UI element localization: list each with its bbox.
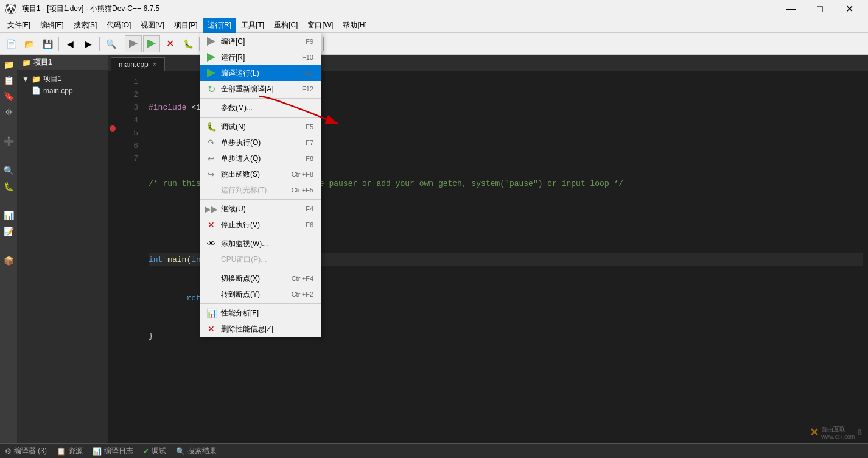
menu-run[interactable]: 运行[R]	[203, 18, 236, 33]
menu-compile-run[interactable]: 编译运行(L) F11	[200, 65, 321, 81]
menu-profile[interactable]: 📊 性能分析[F]	[200, 305, 321, 321]
sep-5	[200, 269, 321, 269]
profile-label: 性能分析[F]	[221, 308, 313, 319]
project-icon: 📁	[22, 58, 31, 67]
run-cursor-label: 运行到光标(T)	[221, 185, 279, 196]
menu-debug[interactable]: 🐛 调试(N) F5	[200, 119, 321, 135]
sidebar-icon-9[interactable]: 📝	[1, 224, 16, 239]
menu-bar: 文件[F] 编辑[E] 搜索[S] 代码[O] 视图[V] 项目[P] 运行[R…	[0, 18, 868, 33]
open-button[interactable]: 📂	[21, 35, 38, 52]
project-name: 项目1	[43, 74, 62, 84]
close-button[interactable]: ✕	[835, 0, 863, 18]
sidebar-icon-3[interactable]: 🔖	[1, 89, 16, 104]
menu-edit[interactable]: 编辑[E]	[35, 18, 69, 33]
title-bar: 🐼 项目1 - [项目1.dev] - 小熊猫Dev-C++ 6.7.5 — □…	[0, 0, 868, 18]
stop-shortcut: F6	[306, 221, 313, 228]
log-icon: 📊	[93, 447, 102, 456]
sidebar-icon-10[interactable]: 📦	[1, 253, 16, 268]
menu-code[interactable]: 代码[O]	[102, 18, 136, 33]
back-button[interactable]: ◀	[61, 35, 79, 52]
watch-icon: 👁	[205, 238, 217, 250]
editor-tab-main[interactable]: main.cpp ✕	[111, 57, 165, 71]
tree-file-main[interactable]: 📄 main.cpp	[19, 85, 105, 96]
run-icon	[205, 51, 217, 63]
sidebar-icon-8[interactable]: 📊	[1, 208, 16, 223]
menu-clear-profile[interactable]: ✕ 删除性能信息[Z]	[200, 321, 321, 337]
tab-debug[interactable]: ✔ 调试	[143, 446, 166, 456]
rebuild-shortcut: F12	[302, 85, 313, 93]
menu-help[interactable]: 帮助[H]	[338, 18, 371, 33]
menu-step-into[interactable]: ↩ 单步进入(Q) F8	[200, 150, 321, 166]
compile-run-shortcut: F11	[302, 69, 313, 77]
toggle-bp-icon	[205, 272, 217, 284]
menu-rebuild[interactable]: ↻ 全部重新编译[A] F12	[200, 81, 321, 97]
menu-stop[interactable]: ✕ 停止执行(V) F6	[200, 217, 321, 233]
sep-3	[200, 199, 321, 200]
menu-goto-bp[interactable]: 转到断点(Y) Ctrl+F2	[200, 286, 321, 302]
maximize-button[interactable]: □	[806, 0, 834, 18]
clear-profile-label: 删除性能信息[Z]	[221, 324, 313, 334]
save-button[interactable]: 💾	[39, 35, 56, 52]
menu-params[interactable]: 参数(M)...	[200, 100, 321, 116]
sidebar-icon-5[interactable]: ➕	[1, 134, 16, 149]
window-controls: — □ ✕	[777, 0, 863, 18]
bp-slot-5[interactable]	[108, 122, 117, 135]
menu-compile[interactable]: 编译[C] F9	[200, 33, 321, 49]
menu-file[interactable]: 文件[F]	[2, 18, 35, 33]
new-button[interactable]: 📄	[2, 35, 19, 52]
sidebar-icon-4[interactable]: ⚙	[1, 105, 16, 119]
step-into-icon: ↩	[205, 152, 217, 164]
menu-step-out[interactable]: ↪ 跳出函数(S) Ctrl+F8	[200, 166, 321, 182]
menu-search[interactable]: 搜索[S]	[69, 18, 102, 33]
tab-close-button[interactable]: ✕	[152, 61, 157, 68]
forward-button[interactable]: ▶	[80, 35, 97, 52]
tree-root[interactable]: ▼ 📁 项目1	[19, 72, 105, 85]
run-shortcut: F10	[302, 54, 313, 61]
menu-toggle-bp[interactable]: 切换断点(X) Ctrl+F4	[200, 270, 321, 286]
tab-search[interactable]: 🔍 搜索结果	[176, 446, 217, 456]
cpu-icon	[205, 253, 217, 266]
bottom-tabs: ⚙ 编译器 (3) 📋 资源 📊 编译日志 ✔ 调试 🔍 搜索结果	[0, 443, 868, 458]
menu-continue[interactable]: ▶▶ 继续(U) F4	[200, 201, 321, 217]
file-icon: 📄	[32, 86, 41, 95]
params-icon	[205, 102, 217, 114]
compile-button[interactable]	[125, 35, 142, 52]
search-button[interactable]: 🔍	[102, 35, 119, 52]
tab-compile-log[interactable]: 📊 编译日志	[93, 446, 133, 456]
step-out-shortcut: Ctrl+F8	[292, 171, 313, 178]
menu-step-over[interactable]: ↷ 单步执行(O) F7	[200, 135, 321, 150]
menu-run[interactable]: 运行[R] F10	[200, 49, 321, 65]
compile-shortcut: F9	[306, 38, 313, 45]
sidebar-icon-6[interactable]: 🔍	[1, 163, 16, 178]
profile-icon: 📊	[205, 307, 217, 319]
menu-window[interactable]: 窗口[W]	[303, 18, 338, 33]
menu-refactor[interactable]: 重构[C]	[269, 18, 303, 33]
project-panel-header: 📁 项目1	[17, 55, 108, 70]
menu-watch[interactable]: 👁 添加监视(W)...	[200, 236, 321, 252]
project-icon-2: 📁	[32, 75, 41, 83]
sidebar-icon-7[interactable]: 🐛	[1, 179, 16, 194]
tab-compiler[interactable]: ⚙ 编译器 (3)	[5, 446, 47, 456]
window-title: 项目1 - [项目1.dev] - 小熊猫Dev-C++ 6.7.5	[22, 4, 159, 14]
debug-button[interactable]: 🐛	[180, 35, 197, 52]
run-button[interactable]	[143, 35, 160, 52]
watermark-line2: www.xz7.com	[821, 434, 855, 440]
stop-button[interactable]: ✕	[161, 35, 178, 52]
tab-resources[interactable]: 📋 资源	[57, 446, 83, 456]
step-out-icon: ↪	[205, 168, 217, 180]
menu-view[interactable]: 视图[V]	[136, 18, 169, 33]
file-name: main.cpp	[43, 86, 73, 95]
sidebar-icon-2[interactable]: 📋	[1, 73, 16, 88]
compile-icon	[205, 35, 217, 48]
menu-project[interactable]: 项目[P]	[169, 18, 203, 33]
menu-tools[interactable]: 工具[T]	[236, 18, 269, 33]
main-area: 📁 📋 🔖 ⚙ ➕ 🔍 🐛 📊 📝 📦 📁 项目1 ▼ 📁 项目1 📄	[0, 55, 868, 443]
goto-bp-shortcut: Ctrl+F2	[292, 291, 313, 298]
resources-icon: 📋	[57, 447, 66, 456]
params-label: 参数(M)...	[221, 103, 313, 113]
app-icon: 🐼	[5, 3, 17, 15]
ln-1: 1	[119, 76, 138, 88]
sidebar-icon-1[interactable]: 📁	[1, 57, 16, 72]
bp-slot-3	[108, 96, 117, 109]
minimize-button[interactable]: —	[777, 0, 805, 18]
